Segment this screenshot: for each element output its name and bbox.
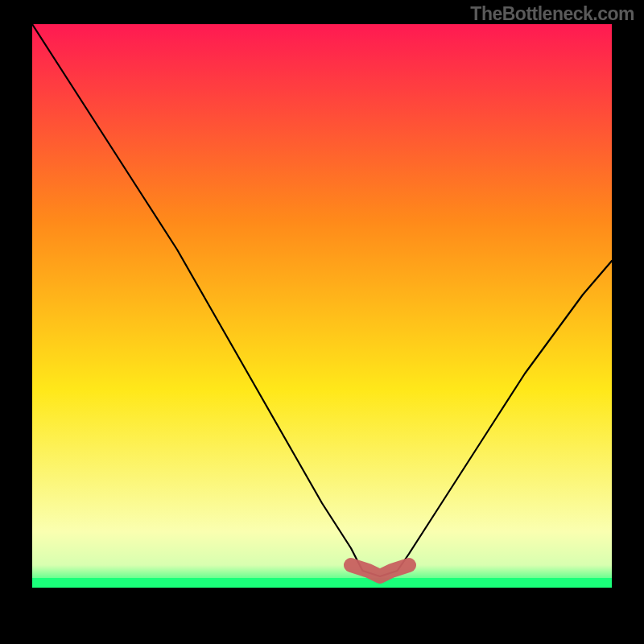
chart-svg xyxy=(32,24,612,588)
svg-rect-1 xyxy=(32,578,612,588)
plot-area xyxy=(32,24,612,588)
chart-container: TheBottleneck.com xyxy=(0,0,644,644)
watermark-text: TheBottleneck.com xyxy=(470,3,634,25)
